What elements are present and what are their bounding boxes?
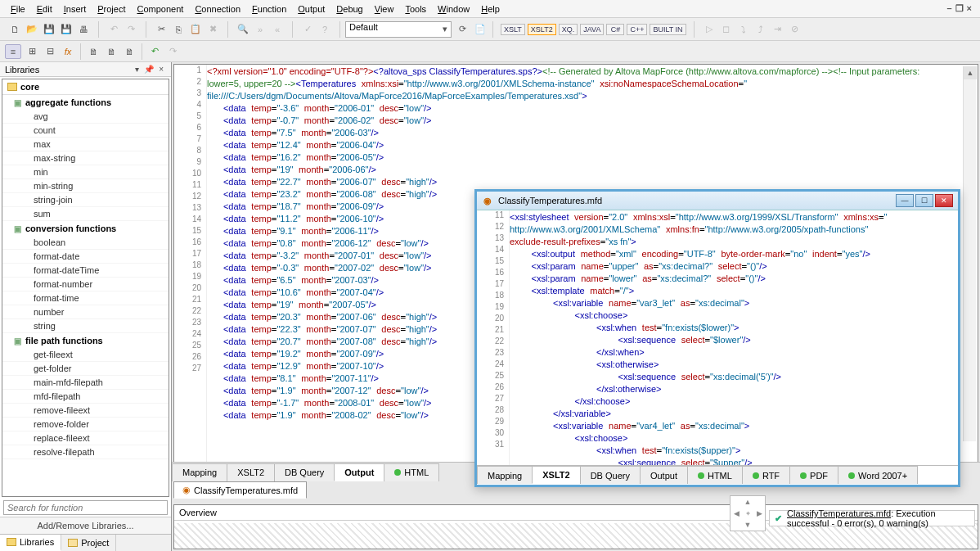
inner-tab-rtf[interactable]: RTF xyxy=(742,466,790,484)
menu-debug[interactable]: Debug xyxy=(330,2,368,16)
lang-xq[interactable]: XQ. xyxy=(559,24,578,35)
print-icon[interactable]: 🖶 xyxy=(76,22,91,37)
main-tab-xslt2[interactable]: XSLT2 xyxy=(227,463,275,481)
insert-icon[interactable]: ⊞ xyxy=(25,44,39,59)
lib-func-remove-folder[interactable]: remove-folder xyxy=(2,418,169,431)
copy-path-icon[interactable]: 📄 xyxy=(473,22,488,37)
lib-func-boolean[interactable]: boolean xyxy=(2,236,169,250)
menu-file[interactable]: File xyxy=(5,2,31,16)
inner-minimize-button[interactable]: — xyxy=(896,194,914,207)
menu-project[interactable]: Project xyxy=(92,2,131,16)
cut-icon[interactable]: ✂ xyxy=(154,22,169,37)
saveall-icon[interactable]: 💾 xyxy=(59,22,74,37)
find-prev-icon[interactable]: « xyxy=(270,22,285,37)
lib-func-resolve-filepath[interactable]: resolve-filepath xyxy=(2,445,169,459)
panel-menu-icon[interactable]: ▾ xyxy=(133,65,142,74)
window-minimize[interactable]: – xyxy=(946,3,951,14)
lang-java[interactable]: JAVA xyxy=(580,24,604,35)
lib-func-get-fileext[interactable]: get-fileext xyxy=(2,348,169,362)
debug-out-icon[interactable]: ⇥ xyxy=(771,22,785,37)
lib-func-count[interactable]: count xyxy=(2,124,169,138)
lib-func-min[interactable]: min xyxy=(2,165,169,179)
inner-close-button[interactable]: ✕ xyxy=(935,194,953,207)
lang-c[interactable]: C# xyxy=(606,24,624,35)
lib-func-replace-fileext[interactable]: replace-fileext xyxy=(2,431,169,445)
pan-navigator[interactable]: ▲ ◀⌖▶ ▼ xyxy=(730,495,766,531)
find-icon[interactable]: 🔍 xyxy=(236,22,250,37)
run-icon[interactable]: ▷ xyxy=(702,22,717,37)
vertical-scrollbar[interactable]: ▲ xyxy=(963,66,976,441)
lang-builtin[interactable]: BUILT IN xyxy=(650,24,686,35)
menu-window[interactable]: Window xyxy=(432,2,475,16)
lib-func-format-number[interactable]: format-number xyxy=(2,278,169,291)
doc-icon[interactable]: 🗎 xyxy=(86,44,101,59)
menu-connection[interactable]: Connection xyxy=(189,2,246,16)
lib-func-max[interactable]: max xyxy=(2,138,169,151)
lib-group-aggregate-functions[interactable]: aggregate functions xyxy=(2,95,169,110)
window-restore[interactable]: ❐ xyxy=(955,3,964,14)
lib-func-string[interactable]: string xyxy=(2,319,169,333)
lib-func-format-time[interactable]: format-time xyxy=(2,291,169,305)
lib-func-format-dateTime[interactable]: format-dateTime xyxy=(2,264,169,278)
project-tab[interactable]: Project xyxy=(61,535,116,551)
main-tab-mapping[interactable]: Mapping xyxy=(172,463,227,481)
search-input[interactable] xyxy=(3,500,168,515)
menu-help[interactable]: Help xyxy=(475,2,506,16)
menu-view[interactable]: View xyxy=(369,2,400,16)
lib-func-format-date[interactable]: format-date xyxy=(2,250,169,264)
stop-icon[interactable]: ◻ xyxy=(719,22,734,37)
inner-window[interactable]: ◉ ClassifyTemperatures.mfd — ☐ ✕ 1112131… xyxy=(474,189,960,487)
lang-xslt[interactable]: XSLT xyxy=(501,24,525,35)
delete-icon[interactable]: ✖ xyxy=(205,22,220,37)
menu-insert[interactable]: Insert xyxy=(58,2,92,16)
inner-tab-xslt2[interactable]: XSLT2 xyxy=(532,466,580,484)
lib-group-conversion-functions[interactable]: conversion functions xyxy=(2,221,169,236)
lib-func-avg[interactable]: avg xyxy=(2,110,169,124)
insert2-icon[interactable]: ⊟ xyxy=(43,44,57,59)
inner-tab-dbquery[interactable]: DB Query xyxy=(580,466,641,484)
inner-tab-word2007[interactable]: Word 2007+ xyxy=(838,466,918,484)
component-icon[interactable]: ≡ xyxy=(5,44,21,59)
main-tab-html[interactable]: HTML xyxy=(384,463,439,481)
scroll-up-icon[interactable]: ▲ xyxy=(964,66,977,79)
libraries-tab[interactable]: Libraries xyxy=(0,535,61,551)
refresh-icon[interactable]: ⟳ xyxy=(455,22,470,37)
lib-func-get-folder[interactable]: get-folder xyxy=(2,362,169,376)
lib-func-remove-fileext[interactable]: remove-fileext xyxy=(2,404,169,418)
panel-close-icon[interactable]: × xyxy=(156,65,166,74)
help-icon[interactable]: ? xyxy=(317,22,332,37)
menu-function[interactable]: Function xyxy=(246,2,292,16)
fx-icon[interactable]: fx xyxy=(61,44,75,59)
copy-icon[interactable]: ⎘ xyxy=(171,22,186,37)
xslt-code[interactable]: <xsl:stylesheet version="2.0" xmlns:xsl=… xyxy=(510,210,958,466)
lib-func-min-string[interactable]: min-string xyxy=(2,179,169,193)
lib-func-number[interactable]: number xyxy=(2,305,169,319)
inner-tab-mapping[interactable]: Mapping xyxy=(477,466,533,484)
doc3-icon[interactable]: 🗎 xyxy=(122,44,137,59)
lang-xslt2[interactable]: XSLT2 xyxy=(528,24,556,35)
debug-over-icon[interactable]: ⤴ xyxy=(753,22,768,37)
lib-func-main-mfd-filepath[interactable]: main-mfd-filepath xyxy=(2,376,169,390)
new-icon[interactable]: 🗋 xyxy=(7,22,22,37)
debug-break-icon[interactable]: ⊘ xyxy=(788,22,802,37)
menu-output[interactable]: Output xyxy=(292,2,330,16)
lib-func-max-string[interactable]: max-string xyxy=(2,151,169,165)
main-tab-dbquery[interactable]: DB Query xyxy=(274,463,335,481)
redo-icon[interactable]: ↷ xyxy=(124,22,138,37)
window-close[interactable]: × xyxy=(967,3,972,14)
menu-edit[interactable]: Edit xyxy=(31,2,58,16)
add-remove-libraries-button[interactable]: Add/Remove Libraries... xyxy=(0,517,171,534)
inner-maximize-button[interactable]: ☐ xyxy=(915,194,933,207)
lang-c[interactable]: C++ xyxy=(627,24,647,35)
main-tab-output[interactable]: Output xyxy=(334,463,384,481)
lib-func-mfd-filepath[interactable]: mfd-filepath xyxy=(2,390,169,404)
validate-icon[interactable]: ✓ xyxy=(300,22,315,37)
find-next-icon[interactable]: » xyxy=(253,22,267,37)
save-icon[interactable]: 💾 xyxy=(42,22,56,37)
redo2-icon[interactable]: ↷ xyxy=(165,44,180,59)
panel-pin-icon[interactable]: 📌 xyxy=(142,65,156,74)
toolbar-combo[interactable]: Default xyxy=(345,21,452,38)
inner-tab-html[interactable]: HTML xyxy=(687,466,743,484)
menu-tools[interactable]: Tools xyxy=(399,2,432,16)
status-file-link[interactable]: ClassifyTemperatures.mfd xyxy=(787,508,891,518)
